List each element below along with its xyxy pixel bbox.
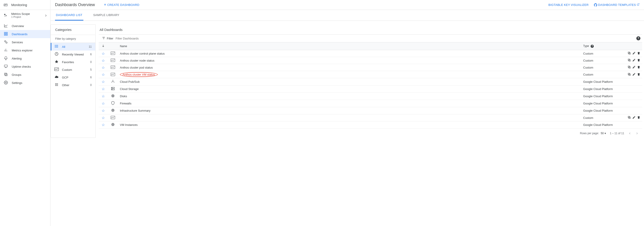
edit-button[interactable] [632,116,636,120]
bell-icon [4,56,8,61]
scope-icon [4,13,8,17]
sidebar-item-label: Metrics explorer [12,49,32,52]
pagination-range: 1 – 11 of 11 [610,132,624,135]
sidebar-item-settings[interactable]: Settings [0,79,50,87]
tab-sample-library[interactable]: SAMPLE LIBRARY [92,10,120,21]
edit-button[interactable] [632,59,636,63]
category-other[interactable]: Other0 [51,81,95,89]
category-gcp[interactable]: GCP6 [51,74,95,81]
sort-indicator[interactable] [99,42,108,50]
sidebar-item-dashboards[interactable]: Dashboards [0,30,50,38]
svg-rect-73 [112,109,114,111]
delete-button[interactable] [637,116,640,120]
dashboard-name-link[interactable]: Anthos cluster VM status [120,73,158,76]
sidebar-item-label: Services [12,41,23,44]
metrics-scope-selector[interactable]: Metrics Scope 1 Project › [0,10,50,21]
delete-button[interactable] [637,73,640,77]
sidebar-item-groups[interactable]: Groups [0,71,50,79]
favorite-star-button[interactable]: ☆ [102,116,105,120]
category-recently-viewed[interactable]: Recently Viewed6 [51,51,95,58]
dashboard-name-link[interactable]: Anthos cluster pod status [120,66,153,69]
delete-button[interactable] [637,66,640,70]
svg-rect-19 [5,74,7,76]
dashboard-name-link[interactable]: Anthos cluster node status [120,59,154,62]
circles-icon [4,40,8,45]
favorite-star-button[interactable]: ☆ [102,94,105,98]
category-all[interactable]: All11 [51,43,95,51]
main-area: Dashboards Overview + CREATE DASHBOARD B… [50,0,644,226]
copy-button[interactable] [628,116,631,120]
svg-rect-30 [54,68,58,71]
dashboard-type: Custom [581,57,622,64]
type-help-icon[interactable]: ? [590,45,594,48]
favorite-star-button[interactable]: ☆ [102,109,105,113]
dashboard-name-link[interactable]: Infrastructure Summary [120,109,150,112]
edit-button[interactable] [632,66,636,70]
tab-dashboard-list[interactable]: DASHBOARD LIST [55,10,83,21]
favorite-star-button[interactable]: ☆ [102,87,105,91]
category-custom[interactable]: Custom5 [51,66,95,74]
dashboard-type: Custom [581,50,622,57]
svg-point-59 [112,81,113,82]
svg-rect-83 [112,124,114,125]
sidebar-item-uptime-checks[interactable]: Uptime checks [0,63,50,71]
tabs: DASHBOARD LISTSAMPLE LIBRARY [50,10,644,21]
rows-per-page-select[interactable]: 50 ▾ [601,132,606,135]
sidebar-item-alerting[interactable]: Alerting [0,54,50,63]
copy-button[interactable] [628,52,631,56]
column-type-header[interactable]: Type ? [581,42,622,50]
sidebar: Monitoring Metrics Scope 1 Project › Ove… [0,0,50,226]
dashboard-name-link[interactable]: Firewalls [120,102,131,105]
favorite-star-button[interactable]: ☆ [102,73,105,77]
cloud-icon [54,75,59,80]
sidebar-item-overview[interactable]: Overview [0,22,50,30]
chip-icon [110,108,115,112]
filter-by-category[interactable]: Filter by category [51,35,95,43]
scope-title: Metrics Scope [11,12,45,16]
category-label: All [62,45,89,49]
edit-button[interactable] [632,52,636,56]
copy-button[interactable] [628,66,631,70]
favorite-star-button[interactable]: ☆ [102,59,105,63]
dashboard-name-link[interactable]: Disks [120,95,127,98]
svg-point-56 [113,80,113,81]
svg-line-62 [113,82,114,82]
table-row: ☆DisksGoogle Cloud Platform [99,93,642,100]
svg-rect-74 [112,110,114,111]
dashboard-templates-link[interactable]: DASHBOARD TEMPLATES [594,3,640,7]
svg-point-11 [6,42,7,43]
filter-dashboards-input[interactable] [116,37,636,40]
copy-button[interactable] [628,59,631,63]
svg-rect-53 [111,73,115,76]
favorite-star-button[interactable]: ☆ [102,102,105,105]
favorite-star-button[interactable]: ☆ [102,123,105,127]
table-row: ☆Anthos cluster node statusCustom [99,57,642,64]
dashboard-name-link[interactable]: Anthos cluster control plane status [120,52,165,55]
next-page-button[interactable]: › [636,131,638,136]
copy-button[interactable] [628,73,631,77]
edit-button[interactable] [632,73,636,77]
delete-button[interactable] [637,59,640,63]
dashboard-name-link[interactable]: Cloud Storage [120,87,138,91]
favorite-star-button[interactable]: ☆ [102,66,105,70]
category-count: 11 [89,45,92,48]
filter-help-icon[interactable]: ? [636,36,640,40]
table-row: ☆Infrastructure SummaryGoogle Cloud Plat… [99,107,642,114]
delete-button[interactable] [637,52,640,56]
top-bar: Dashboards Overview + CREATE DASHBOARD B… [50,0,644,10]
sidebar-item-metrics-explorer[interactable]: Metrics explorer [0,46,50,54]
favorite-star-button[interactable]: ☆ [102,52,105,56]
sidebar-item-services[interactable]: Services [0,38,50,46]
column-name-header[interactable]: Name [118,42,581,50]
bars-icon [4,48,8,53]
prev-page-button[interactable]: ‹ [628,131,632,136]
dashboard-name-link[interactable]: VM Instances [120,123,138,127]
bigtable-key-visualizer-link[interactable]: BIGTABLE KEY VISUALIZER [548,3,588,7]
favorite-star-button[interactable]: ☆ [102,80,105,84]
category-favorites[interactable]: Favorites0 [51,58,95,66]
create-dashboard-button[interactable]: + CREATE DASHBOARD [104,3,139,7]
dashboards-title: All Dashboards [99,25,642,34]
chart-area-icon [110,51,115,55]
scope-subtitle: 1 Project [11,16,45,18]
dashboard-name-link[interactable]: Cloud Pub/Sub [120,80,140,83]
